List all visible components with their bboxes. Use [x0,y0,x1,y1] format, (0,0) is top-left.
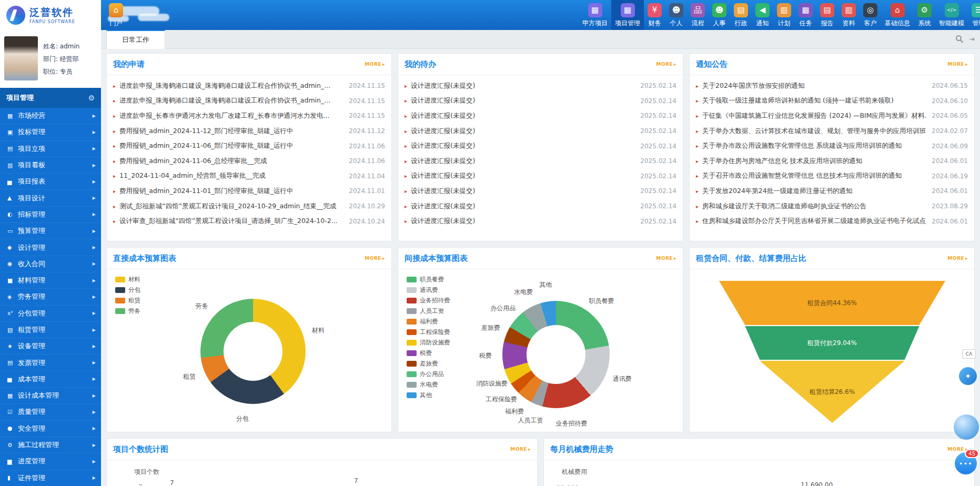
topnav-item-1[interactable]: ▦项目管理 [611,0,644,30]
item-date: 2024.11.04 [349,173,385,180]
more-link[interactable]: MORE▸ [947,62,968,67]
list-item[interactable]: ▸住房和城乡建设部办公厅关于同意吉林省开展二级建造师执业证书电子化试点...20… [696,214,968,229]
topnav-item-13[interactable]: ⌂基础信息 [881,0,914,30]
sidebar-item-8[interactable]: ◆设计管理▶ [0,239,101,256]
sidebar-item-22[interactable]: ▮证件管理▶ [0,470,101,486]
item-date: 2025.02.14 [640,157,676,165]
topnav-item-14[interactable]: ⚙系统 [914,0,935,30]
topnav-item-0[interactable]: ▦甲方项目 [579,0,611,30]
list-item[interactable]: ▸设计进度汇报(未提交)2025.02.14 [405,154,676,169]
legend-label: 劳务 [128,307,140,315]
topnav-item-8[interactable]: ▥计划 [773,0,795,30]
sidebar-item-21[interactable]: ▆进度管理▶ [0,453,101,470]
chat-icon[interactable]: ••• 45 [955,452,977,474]
topnav-item-15[interactable]: </>智能建模 [935,0,968,30]
chevron-right-icon: ▶ [93,328,96,332]
chevron-right-icon: ▶ [93,426,96,431]
list-item[interactable]: ▸费用报销_admin_2024-11-12_部门经理审批_胡建_运行中2024… [113,124,385,139]
chevron-right-icon: ▶ [93,146,96,151]
topnav-item-6[interactable]: ▤行政 [730,0,752,30]
portal-home-icon: ⌂ [109,3,123,17]
sidebar-item-2[interactable]: ▤项目立项▶ [0,141,101,157]
topnav-item-11[interactable]: ▥资料 [838,0,860,30]
list-item[interactable]: ▸11_2024-11-04_admin_经营部_领导审批__完成2024.11… [113,169,385,184]
topnav-item-7[interactable]: ◀通知 [752,0,773,30]
list-item[interactable]: ▸费用报销_admin_2024-11-06_总经理审批__完成2024.11.… [113,154,385,169]
list-item[interactable]: ▸设计进度汇报(未提交)2025.02.14 [405,78,676,94]
sidebar-item-0[interactable]: ▦市场经营▶ [0,108,101,124]
sidebar-item-19[interactable]: ●安全管理▶ [0,421,101,437]
sidebar-item-14[interactable]: ★设备管理▶ [0,338,101,355]
topnav-item-12[interactable]: ◎客户 [860,0,881,30]
list-item[interactable]: ▸关于举办大数据、云计算技术在城市建设、规划、管理与服务中的应用培训班...20… [696,124,968,139]
list-item[interactable]: ▸设计进度汇报(未提交)2025.02.14 [405,214,676,229]
more-link[interactable]: MORE▸ [510,447,531,452]
rental-funnel-chart: 租赁合同44.36%租赁付款29.04%租赁结算26.6% [690,269,974,432]
topnav-item-2[interactable]: ¥财务 [644,0,665,30]
topnav-item-16[interactable]: ☰管理 [968,0,980,30]
assistant-sphere-icon[interactable] [954,414,979,440]
gear-icon[interactable]: ⚙ [88,94,95,102]
sidebar-item-12[interactable]: x²分包管理▶ [0,306,101,322]
list-item[interactable]: ▸房和城乡建设厅关于取消二级建造师临时执业证书的公告2023.08.29 [696,199,968,214]
sidebar-item-1[interactable]: ▣投标管理▶ [0,124,101,140]
key-icon[interactable] [956,35,964,43]
quick-link-icon[interactable]: ✦ [959,367,977,385]
list-item[interactable]: ▸设计进度汇报(未提交)2025.02.14 [405,108,676,124]
collapse-icon[interactable]: ⇥ [969,36,975,43]
list-item[interactable]: ▸设计进度汇报(未提交)2025.02.14 [405,199,676,214]
list-item[interactable]: ▸测试_彭祖新城“四馆”景观工程设计项目_2024-10-29_admin_结束… [113,199,385,214]
sidebar-item-11[interactable]: ◈劳务管理▶ [0,289,101,305]
list-item[interactable]: ▸设计进度汇报(未提交)2025.02.14 [405,184,676,199]
list-item[interactable]: ▸于征集《中国建筑施工行业信息化发展报告 (2024) —BIM应用与发展》材料… [696,108,968,124]
topnav-item-5[interactable]: ☻人事 [709,0,730,30]
topnav-item-3[interactable]: ☻个人 [665,0,687,30]
list-item[interactable]: ▸设计进度汇报(未提交)2025.02.14 [405,124,676,139]
list-item[interactable]: ▸关于发放2024年第24批一级建造师注册证书的通知2024.06.01 [696,184,968,199]
more-link[interactable]: MORE▸ [365,62,385,67]
y-axis-label: 项目个数 [134,468,159,477]
more-link[interactable]: MORE▸ [656,62,676,67]
sidebar-item-15[interactable]: ▤发票管理▶ [0,355,101,371]
sidebar-item-3[interactable]: ▥项目看板▶ [0,157,101,174]
list-item[interactable]: ▸关于召开市政公用设施智慧化管理信息 信息技术与应用培训班的通知2024.06.… [696,169,968,184]
indirect-cost-donut-chart: 职员餐费通讯费业务招待费人员工资福利费工程保险费消防设施费税费差旅费办公用品水电… [398,269,683,432]
list-item[interactable]: ▸费用报销_admin_2024-11-01_部门经理审批_胡建_运行中2024… [113,184,385,199]
list-item[interactable]: ▸关于举办市政公用设施数字化管理信息 系统建设与应用培训班的通知2024.06.… [696,138,968,154]
topnav-item-4[interactable]: 品流程 [687,0,709,30]
sidebar-item-17[interactable]: ▦设计成本管理▶ [0,388,101,404]
tab-daily-work[interactable]: 日常工作 [106,30,165,49]
more-link[interactable]: MORE▸ [656,256,676,261]
list-item[interactable]: ▸关于2024年国庆节放假安排的通知2024.06.15 [696,78,968,94]
sidebar-item-16[interactable]: ▅成本管理▶ [0,371,101,388]
more-link[interactable]: MORE▸ [947,256,968,261]
sidebar-item-18[interactable]: ☑质量管理▶ [0,404,101,420]
list-item[interactable]: ▸关于举办住房与房地产信息化 技术及应用培训班的通知2024.06.01 [696,154,968,169]
list-item[interactable]: ▸设计进度汇报(未提交)2025.02.14 [405,169,676,184]
sidebar-item-10[interactable]: ■材料管理▶ [0,272,101,289]
y-axis-label: 机械费用 [562,468,587,477]
topnav-item-9[interactable]: ▦任务 [795,0,816,30]
list-item[interactable]: ▸进度款申报_长春市伊通河水力发电厂改建工程_长春市伊通河水力发电...2024… [113,108,385,124]
sidebar-item-7[interactable]: ▭预算管理▶ [0,223,101,239]
legend-swatch [407,298,417,303]
sidebar-item-13[interactable]: ▧租赁管理▶ [0,322,101,338]
topnav-item-10[interactable]: ▤报告 [816,0,838,30]
list-item[interactable]: ▸设计审查_彭祖新城“四馆”景观工程设计项目_请选择_胡广生_2024-10-2… [113,214,385,229]
sidebar-item-4[interactable]: ▅项目报表▶ [0,174,101,190]
list-item[interactable]: ▸进度款申报_珠海鹤港口建设_珠海鹤港口建设工程合作协议书_admin_...2… [113,94,385,109]
sidebar-item-20[interactable]: ⚙施工过程管理▶ [0,437,101,453]
sidebar-item-label: 安全管理 [18,424,45,433]
list-item[interactable]: ▸费用报销_admin_2024-11-06_部门经理审批_胡建_运行中2024… [113,138,385,154]
sidebar-item-6[interactable]: ◐招标管理▶ [0,207,101,223]
list-item[interactable]: ▸关于领取一级注册建造师培训补贴的通知 (须持一建证书前来领取)2024.06.… [696,94,968,109]
list-item[interactable]: ▸设计进度汇报(未提交)2025.02.14 [405,138,676,154]
ca-widget[interactable]: CA [962,349,976,359]
topnav-item-portal[interactable]: ⌂ 门户 [105,0,127,30]
sidebar-item-5[interactable]: ▲项目设计▶ [0,190,101,206]
app-logo[interactable]: 泛普软件 FANPU SOFTWARE [0,0,101,30]
list-item[interactable]: ▸进度款申报_珠海鹤港口建设_珠海鹤港口建设工程合作协议书_admin_...2… [113,78,385,94]
sidebar-item-9[interactable]: ◉收入合同▶ [0,256,101,272]
list-item[interactable]: ▸设计进度汇报(未提交)2025.02.14 [405,94,676,109]
more-link[interactable]: MORE▸ [365,256,385,261]
